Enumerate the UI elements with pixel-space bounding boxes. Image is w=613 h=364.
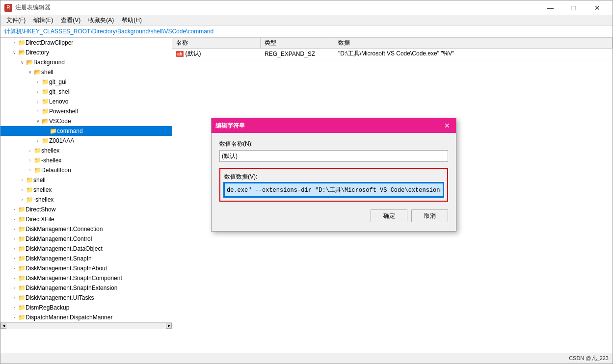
- tree-item-git-gui[interactable]: › 📁 git_gui: [0, 77, 172, 87]
- tree-label: DirectXFile: [26, 216, 54, 223]
- address-bar: 计算机\HKEY_CLASSES_ROOT\Directory\Backgrou…: [0, 26, 613, 38]
- tree-label: DiskManagement.SnapInComponent: [26, 275, 122, 282]
- title-bar: R 注册表编辑器 — □ ✕: [0, 0, 613, 15]
- tree-label: shell: [41, 69, 53, 76]
- expand-icon: [42, 127, 50, 135]
- tree-item-directshow[interactable]: › 📁 DirectShow: [0, 205, 172, 214]
- tree-item-directory[interactable]: ∨ 📂 Directory: [0, 48, 172, 57]
- folder-icon: 📁: [18, 294, 26, 301]
- tree-label: VSCode: [49, 118, 71, 125]
- scroll-track[interactable]: [6, 323, 166, 329]
- expand-icon: ›: [34, 88, 42, 96]
- tree-item-defaulticon[interactable]: › 📁 DefaultIcon: [0, 165, 172, 175]
- folder-icon: 📁: [18, 235, 26, 242]
- data-label: 数值数据(V):: [224, 173, 443, 181]
- tree-item-lenovo[interactable]: › 📁 Lenovo: [0, 97, 172, 106]
- expand-icon: ›: [10, 255, 18, 262]
- tree-item-diskmanagement-uitasks[interactable]: › 📁 DiskManagement.UITasks: [0, 293, 172, 303]
- expand-icon: ›: [10, 245, 18, 253]
- data-input[interactable]: [224, 183, 443, 197]
- folder-icon: 📁: [18, 285, 26, 291]
- address-path: 计算机\HKEY_CLASSES_ROOT\Directory\Backgrou…: [4, 27, 213, 36]
- detail-name-value: (默认): [186, 50, 201, 58]
- tree-item-z001aaa[interactable]: › 📁 Z001AAA: [0, 136, 172, 146]
- tree-item-diskmanagement-snapincomponent[interactable]: › 📁 DiskManagement.SnapInComponent: [0, 273, 172, 283]
- tree-label: command: [57, 128, 83, 134]
- tree-label: DiskManagement.UITasks: [26, 294, 94, 301]
- folder-icon: 📁: [42, 88, 49, 95]
- folder-icon: 📁: [18, 265, 26, 272]
- expand-icon: ›: [10, 304, 18, 312]
- tree-label: -shellex: [41, 157, 61, 164]
- status-bar: CSDN @凡_223: [0, 353, 613, 364]
- folder-icon: 📁: [18, 304, 26, 311]
- tree-item-shell-dir[interactable]: › 📁 shell: [0, 175, 172, 185]
- detail-row-default[interactable]: ab (默认) REG_EXPAND_SZ "D:\工具\Microsoft V…: [172, 49, 613, 59]
- tree-pane[interactable]: › 📁 DirectDrawClipper ∨ 📂 Directory ∨ 📂 …: [0, 38, 172, 353]
- tree-item-shellex-dir[interactable]: › 📁 shellex: [0, 185, 172, 195]
- tree-label: git_shell: [49, 88, 71, 95]
- expand-icon: ∨: [10, 49, 18, 56]
- tree-label: DiskManagement.SnapIn: [26, 255, 92, 262]
- tree-label: DispatchManner.DispatchManner: [26, 314, 112, 321]
- scroll-right-arrow[interactable]: ▶: [166, 323, 172, 329]
- tree-label: shellex: [33, 186, 52, 193]
- tree-item-neg-shellex-dir[interactable]: › 📁 -shellex: [0, 195, 172, 205]
- menu-file[interactable]: 文件(F): [2, 15, 29, 26]
- tree-item-dispatchmanner[interactable]: › 📁 DispatchManner.DispatchManner: [0, 312, 172, 322]
- detail-cell-name: ab (默认): [172, 49, 261, 59]
- expand-icon: ›: [10, 294, 18, 302]
- tree-item-powershell[interactable]: › 📁 Powershell: [0, 106, 172, 116]
- tree-item-command[interactable]: 📁 command: [0, 126, 172, 136]
- tree-item-diskmanagement-dataobject[interactable]: › 📁 DiskManagement.DataObject: [0, 244, 172, 254]
- expand-icon: ∨: [34, 117, 42, 125]
- ok-button[interactable]: 确定: [371, 209, 407, 222]
- cancel-button[interactable]: 取消: [411, 209, 448, 222]
- menu-help[interactable]: 帮助(H): [118, 15, 146, 26]
- status-right: CSDN @凡_223: [569, 355, 609, 362]
- tree-item-diskmanagement-snapinextension[interactable]: › 📁 DiskManagement.SnapInExtension: [0, 283, 172, 293]
- detail-cell-type: REG_EXPAND_SZ: [261, 50, 334, 58]
- close-button[interactable]: ✕: [586, 0, 609, 15]
- maximize-button[interactable]: □: [562, 0, 585, 15]
- tree-item-diskmanagement-control[interactable]: › 📁 DiskManagement.Control: [0, 234, 172, 244]
- tree-label: git_gui: [49, 78, 66, 85]
- folder-icon: 📂: [18, 49, 26, 56]
- tree-label: DirectShow: [26, 206, 55, 213]
- folder-icon: 📂: [26, 59, 33, 66]
- menu-edit[interactable]: 编辑(E): [29, 15, 57, 26]
- folder-icon: 📂: [34, 69, 41, 76]
- folder-icon: 📁: [26, 196, 33, 203]
- dialog-close-button[interactable]: ✕: [442, 121, 452, 130]
- expand-icon: ›: [10, 206, 18, 213]
- tree-label: DiskManagement.SnapInExtension: [26, 285, 117, 291]
- menu-favorites[interactable]: 收藏夹(A): [84, 15, 118, 26]
- tree-item-shellex-bg[interactable]: › 📁 shellex: [0, 146, 172, 156]
- minimize-button[interactable]: —: [539, 0, 561, 15]
- expand-icon: ›: [34, 137, 42, 145]
- name-input[interactable]: [219, 150, 448, 162]
- dialog-title-bar: 编辑字符串 ✕: [212, 118, 456, 133]
- expand-icon: ›: [10, 274, 18, 282]
- detail-header: 名称 类型 数据: [172, 38, 613, 49]
- menu-bar: 文件(F) 编辑(E) 查看(V) 收藏夹(A) 帮助(H): [0, 15, 613, 26]
- tree-item-background[interactable]: ∨ 📂 Background: [0, 57, 172, 67]
- tree-item-vscode[interactable]: ∨ 📂 VSCode: [0, 116, 172, 126]
- scroll-left-arrow[interactable]: ◀: [0, 323, 6, 329]
- folder-icon: 📁: [18, 245, 26, 252]
- tree-label: DirectDrawClipper: [26, 39, 73, 46]
- horizontal-scrollbar[interactable]: ◀ ▶: [0, 322, 172, 328]
- expand-icon: ∨: [26, 68, 34, 76]
- reg-ab-icon: ab: [176, 51, 184, 57]
- menu-view[interactable]: 查看(V): [57, 15, 84, 26]
- tree-item-diskmanagement-snapinabout[interactable]: › 📁 DiskManagement.SnapInAbout: [0, 263, 172, 273]
- tree-item-diskmanagement-connection[interactable]: › 📁 DiskManagement.Connection: [0, 224, 172, 234]
- tree-item-neg-shellex-bg[interactable]: › 📁 -shellex: [0, 156, 172, 165]
- tree-item-directdrawclipper[interactable]: › 📁 DirectDrawClipper: [0, 38, 172, 48]
- tree-item-dismregbackup[interactable]: › 📁 DismRegBackup: [0, 303, 172, 312]
- tree-item-git-shell[interactable]: › 📁 git_shell: [0, 87, 172, 97]
- tree-label: DiskManagement.DataObject: [26, 245, 103, 252]
- tree-item-diskmanagement-snapin[interactable]: › 📁 DiskManagement.SnapIn: [0, 254, 172, 263]
- tree-item-shell-background[interactable]: ∨ 📂 shell: [0, 67, 172, 77]
- tree-item-directxfile[interactable]: › 📁 DirectXFile: [0, 214, 172, 224]
